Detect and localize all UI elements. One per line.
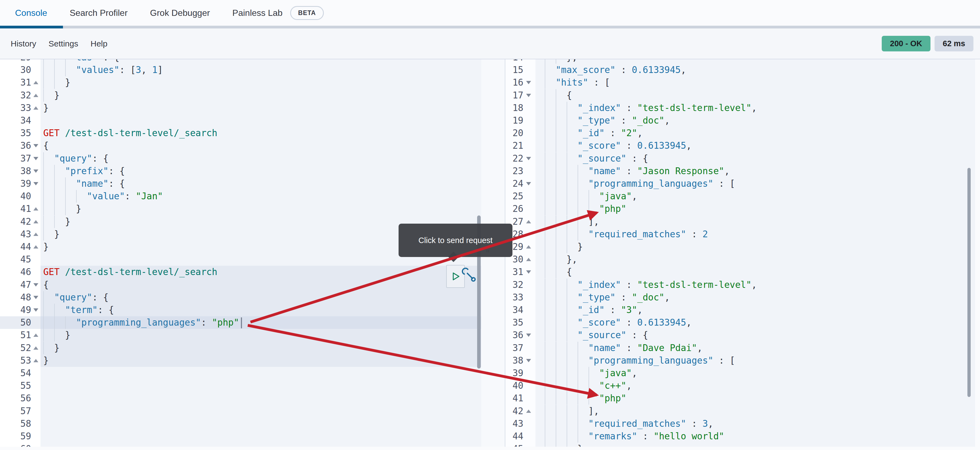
line-number: 59 bbox=[0, 430, 31, 443]
console-editor-split: 29 tas" : {30 "values": [3, 1]31 }32 }33… bbox=[0, 59, 980, 450]
code-line: }, bbox=[545, 59, 578, 64]
fold-down-icon[interactable] bbox=[526, 157, 531, 160]
menu-history[interactable]: History bbox=[9, 39, 38, 48]
line-number: 56 bbox=[0, 392, 31, 405]
fold-down-icon[interactable] bbox=[33, 296, 38, 299]
line-number: 25 bbox=[505, 190, 523, 203]
send-request-tooltip: Click to send request bbox=[399, 223, 512, 257]
line-number: 29 bbox=[0, 59, 31, 64]
fold-down-icon[interactable] bbox=[33, 170, 38, 173]
fold-up-icon[interactable] bbox=[33, 207, 38, 211]
latency-badge: 62 ms bbox=[935, 36, 974, 51]
fold-down-icon[interactable] bbox=[526, 94, 531, 97]
code-line: } bbox=[43, 342, 60, 354]
code-line: } bbox=[43, 241, 49, 253]
menu-help[interactable]: Help bbox=[89, 39, 109, 48]
tab-painless-lab-label: Painless Lab bbox=[232, 8, 283, 18]
menu-settings[interactable]: Settings bbox=[47, 39, 80, 48]
line-number: 34 bbox=[0, 114, 31, 127]
line-number: 43 bbox=[0, 228, 31, 241]
fold-up-icon[interactable] bbox=[33, 346, 38, 350]
fold-up-icon[interactable] bbox=[33, 233, 38, 236]
code-line: "values": [3, 1] bbox=[43, 64, 163, 76]
fold-down-icon[interactable] bbox=[526, 270, 531, 274]
fold-down-icon[interactable] bbox=[33, 182, 38, 185]
fold-down-icon[interactable] bbox=[33, 308, 38, 312]
fold-up-icon[interactable] bbox=[33, 359, 38, 362]
fold-down-icon[interactable] bbox=[526, 182, 531, 185]
tab-search-profiler-label: Search Profiler bbox=[70, 8, 127, 18]
tabbar-divider bbox=[0, 26, 980, 29]
code-line: { bbox=[43, 279, 49, 291]
line-number: 18 bbox=[505, 102, 523, 114]
line-number: 14 bbox=[505, 59, 523, 64]
tab-grok-debugger[interactable]: Grok Debugger bbox=[150, 8, 210, 18]
line-number: 19 bbox=[505, 114, 523, 127]
code-line: "c++", bbox=[545, 379, 632, 392]
fold-down-icon[interactable] bbox=[33, 157, 38, 160]
fold-up-icon[interactable] bbox=[33, 94, 38, 97]
line-number: 36 bbox=[505, 329, 523, 341]
line-number: 42 bbox=[0, 215, 31, 228]
line-number: 51 bbox=[0, 329, 31, 341]
line-number: 46 bbox=[0, 266, 31, 278]
response-editor-scrollbar[interactable] bbox=[967, 168, 971, 397]
code-line: tas" : { bbox=[43, 59, 119, 64]
fold-up-icon[interactable] bbox=[33, 220, 38, 223]
line-number: 22 bbox=[505, 152, 523, 165]
tab-search-profiler[interactable]: Search Profiler bbox=[70, 8, 127, 18]
line-number: 23 bbox=[505, 165, 523, 177]
line-number: 20 bbox=[505, 127, 523, 139]
code-line: { bbox=[43, 139, 49, 152]
fold-up-icon[interactable] bbox=[526, 220, 531, 223]
fold-up-icon[interactable] bbox=[526, 258, 531, 261]
code-line: ], bbox=[545, 405, 599, 417]
code-line: "programming_languages" : [ bbox=[545, 177, 735, 190]
fold-up-icon[interactable] bbox=[33, 106, 38, 109]
line-number: 52 bbox=[0, 342, 31, 354]
code-line: } bbox=[43, 354, 49, 367]
code-line: "name" : "Dave Pdai", bbox=[545, 342, 702, 354]
editor-bottom-strip bbox=[0, 447, 980, 450]
tab-painless-lab[interactable]: Painless Lab BETA bbox=[232, 6, 324, 20]
line-number: 40 bbox=[505, 379, 523, 392]
play-icon bbox=[450, 271, 461, 282]
console-menu-bar: History Settings Help 200 - OK 62 ms bbox=[0, 29, 980, 59]
line-number: 39 bbox=[505, 367, 523, 379]
line-number: 44 bbox=[0, 241, 31, 253]
beta-badge: BETA bbox=[290, 6, 324, 20]
fold-up-icon[interactable] bbox=[33, 245, 38, 249]
fold-up-icon[interactable] bbox=[33, 81, 38, 84]
fold-down-icon[interactable] bbox=[33, 283, 38, 287]
tab-console-label: Console bbox=[15, 8, 47, 18]
line-number: 37 bbox=[0, 152, 31, 165]
fold-up-icon[interactable] bbox=[33, 334, 38, 337]
code-line: "query": { bbox=[43, 152, 108, 165]
line-number: 36 bbox=[0, 139, 31, 152]
line-number: 38 bbox=[0, 165, 31, 177]
line-number: 32 bbox=[505, 279, 523, 291]
code-line: } bbox=[43, 203, 81, 215]
fold-down-icon[interactable] bbox=[526, 81, 531, 84]
code-line: } bbox=[43, 329, 70, 341]
line-number: 17 bbox=[505, 89, 523, 102]
line-number: 55 bbox=[0, 379, 31, 392]
code-line: } bbox=[43, 102, 49, 114]
line-number: 45 bbox=[0, 253, 31, 266]
fold-up-icon[interactable] bbox=[526, 410, 531, 413]
code-line: ], bbox=[545, 215, 599, 228]
line-number: 53 bbox=[0, 354, 31, 367]
fold-down-icon[interactable] bbox=[33, 144, 38, 147]
fold-down-icon[interactable] bbox=[526, 359, 531, 362]
fold-down-icon[interactable] bbox=[526, 334, 531, 337]
line-number: 58 bbox=[0, 417, 31, 430]
code-line: "_index" : "test-dsl-term-level", bbox=[545, 102, 757, 114]
code-line: "_id" : "3", bbox=[545, 304, 643, 316]
line-number: 39 bbox=[0, 177, 31, 190]
request-options-button[interactable] bbox=[461, 268, 477, 284]
fold-up-icon[interactable] bbox=[526, 245, 531, 249]
wrench-icon bbox=[461, 268, 477, 284]
line-number: 44 bbox=[505, 430, 523, 443]
tab-console[interactable]: Console bbox=[15, 8, 47, 18]
line-number: 41 bbox=[0, 203, 31, 215]
